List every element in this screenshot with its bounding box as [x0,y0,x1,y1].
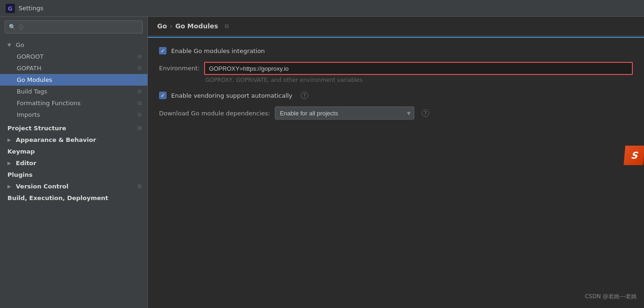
watermark: CSDN @老姚---老姚 [585,293,637,301]
breadcrumb-parent: Go [157,22,167,30]
pin-icon: ⊟ [138,65,142,71]
sidebar-item-label: Editor [16,160,142,167]
enable-modules-row: ✓ Enable Go modules integration [159,47,633,54]
checkmark-icon: ✓ [160,93,165,99]
breadcrumb: Go › Go Modules ⊟ [157,22,229,30]
environment-label: Environment: [159,65,199,72]
vendoring-help-icon[interactable]: ? [301,92,308,99]
breadcrumb-pin-button[interactable]: ⊟ [225,23,229,29]
enable-modules-label: Enable Go modules integration [171,47,265,54]
sidebar-item-plugins[interactable]: Plugins [0,169,147,181]
sidebar-item-keymap[interactable]: Keymap [0,146,147,157]
sidebar-item-label: GOROOT [17,53,138,60]
environment-field-block: Environment: GOPROXY, GOPRIVATE, and oth… [159,62,633,83]
sidebar-item-label: Build, Execution, Deployment [7,194,142,201]
chevron-right-icon: ▶ [7,161,14,166]
content-header: Go › Go Modules ⊟ [148,17,644,36]
search-input[interactable] [19,24,139,30]
sidebar-item-label: Formatting Functions [17,100,138,107]
vendoring-checkbox[interactable]: ✓ [159,92,166,99]
content-body: ✓ Enable Go modules integration Environm… [148,38,644,308]
content-panel: Go › Go Modules ⊟ ✓ Enable Go modules in… [148,17,644,308]
sidebar-item-label: Keymap [7,148,142,155]
download-label: Download Go module dependencies: [159,110,270,117]
app-icon: G [6,4,15,13]
sidebar-item-project-structure[interactable]: Project Structure ⊟ [0,122,147,134]
sidebar-item-build-tags[interactable]: Build Tags ⊟ [0,86,147,97]
environment-row: Environment: GOPROXY, GOPRIVATE, and oth… [159,62,633,83]
sidebar-item-label: Appearance & Behavior [16,136,142,143]
sidebar-item-imports[interactable]: Imports ⊟ [0,109,147,121]
search-box[interactable]: 🔍 [5,20,143,33]
sidebar-item-label: GOPATH [17,65,138,72]
svg-text:G: G [8,6,13,12]
pin-icon: ⊟ [138,54,142,60]
sidebar-item-label: Plugins [7,171,142,178]
pin-icon: ⊟ [138,88,142,94]
chevron-down-icon: ▼ [7,42,14,47]
sidebar-item-label: Imports [17,111,138,118]
sidebar-item-appearance-behavior[interactable]: ▶ Appearance & Behavior [0,134,147,146]
environment-right: GOPROXY, GOPRIVATE, and other environmen… [204,62,633,83]
sidebar-item-editor[interactable]: ▶ Editor [0,157,147,169]
sidebar-item-gopath[interactable]: GOPATH ⊟ [0,62,147,74]
sidebar-item-go-modules[interactable]: Go Modules ⊟ [0,74,147,86]
chevron-right-icon: ▶ [7,184,14,189]
breadcrumb-separator: › [170,22,173,30]
window-title: Settings [19,5,43,12]
vendoring-row: ✓ Enable vendoring support automatically… [159,92,633,99]
environment-hint: GOPROXY, GOPRIVATE, and other environmen… [204,77,633,83]
download-select-wrapper: Enable for all projects Disable Ask ▼ ? [275,107,429,120]
sidebar-item-label: Go Modules [17,76,138,83]
sidebar: 🔍 ▼ Go GOROOT ⊟ GOPATH ⊟ Go Modules [0,17,148,308]
sidebar-item-label: Go [16,41,142,48]
download-help-icon[interactable]: ? [422,109,429,117]
sidebar-item-label: Build Tags [17,88,138,95]
download-select[interactable]: Enable for all projects Disable Ask [275,107,414,120]
main-layout: 🔍 ▼ Go GOROOT ⊟ GOPATH ⊟ Go Modules [0,17,644,308]
checkmark-icon: ✓ [160,48,165,54]
sidebar-item-version-control[interactable]: ▶ Version Control ⊟ [0,181,147,192]
download-select-inner: Enable for all projects Disable Ask ▼ [275,107,414,120]
sidebar-item-formatting-functions[interactable]: Formatting Functions ⊟ [0,97,147,109]
sidebar-item-label: Project Structure [7,125,138,132]
sidebar-item-build-execution[interactable]: Build, Execution, Deployment [0,192,147,204]
pin-icon: ⊟ [138,77,142,83]
download-dependencies-row: Download Go module dependencies: Enable … [159,107,633,120]
pin-icon: ⊟ [138,125,142,131]
nav-tree: ▼ Go GOROOT ⊟ GOPATH ⊟ Go Modules ⊟ Buil… [0,37,147,308]
search-icon: 🔍 [9,24,16,30]
vendoring-label: Enable vendoring support automatically [171,92,292,99]
environment-input[interactable] [204,62,633,75]
pin-icon: ⊟ [138,112,142,118]
pin-icon: ⊟ [138,100,142,106]
sidebar-item-goroot[interactable]: GOROOT ⊟ [0,51,147,62]
sohu-badge: S [624,146,644,165]
sidebar-item-label: Version Control [16,183,138,190]
title-bar: G Settings [0,0,644,17]
sidebar-item-go[interactable]: ▼ Go [0,39,147,51]
enable-modules-checkbox[interactable]: ✓ [159,47,166,54]
breadcrumb-current: Go Modules [175,22,218,30]
chevron-right-icon: ▶ [7,137,14,142]
pin-icon: ⊟ [138,183,142,189]
